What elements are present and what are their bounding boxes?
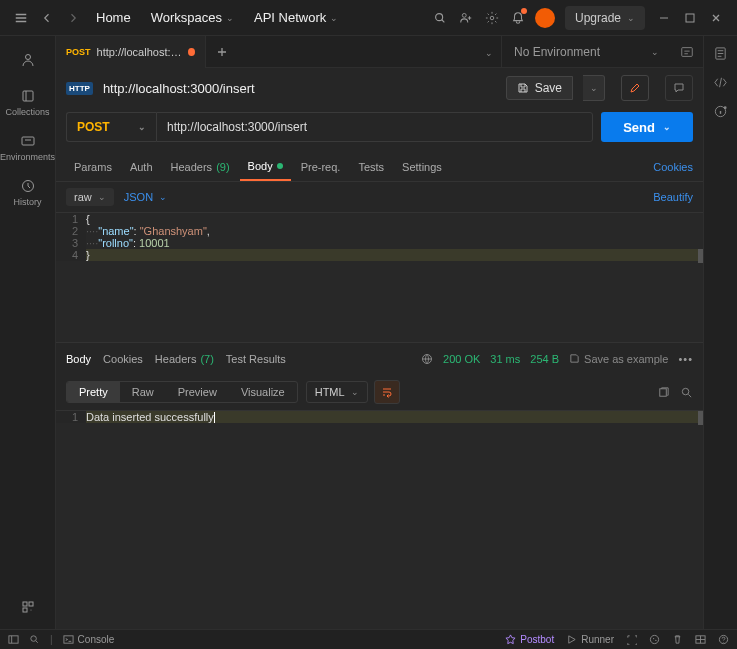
environment-selector[interactable]: No Environment ⌄ [501,36,671,67]
settings-icon[interactable] [479,5,505,31]
search-icon[interactable] [427,5,453,31]
response-body[interactable]: 1 Data inserted successfully [56,410,703,629]
help-icon[interactable] [718,634,729,645]
nav-workspaces[interactable]: Workspaces⌄ [141,10,244,25]
body-controls: raw⌄ JSON⌄ Beautify [56,182,703,212]
copy-icon[interactable] [657,386,670,399]
globe-icon [421,353,433,365]
response-text: Data inserted successfully [86,411,214,423]
tab-tests[interactable]: Tests [350,152,392,181]
cookies-link[interactable]: Cookies [653,161,693,173]
breadcrumb-url: http://localhost:3000/insert [103,81,255,96]
menu-icon[interactable] [8,5,34,31]
back-icon[interactable] [34,5,60,31]
beautify-button[interactable]: Beautify [653,191,693,203]
layout-icon[interactable] [695,634,706,645]
svg-point-22 [650,635,658,643]
console-button[interactable]: Console [63,634,115,645]
cookies-footer-icon[interactable] [649,634,660,645]
save-example-button[interactable]: Save as example [569,353,668,365]
breadcrumb-row: HTTP http://localhost:3000/insert Save ⌄ [56,68,703,108]
runner-button[interactable]: Runner [566,634,614,645]
notifications-icon[interactable] [505,5,531,31]
code-icon[interactable] [713,75,728,90]
sidebar-item-collections[interactable]: Collections [0,82,55,123]
sidebar-label: History [13,197,41,207]
view-raw[interactable]: Raw [120,382,166,402]
env-quicklook-icon[interactable] [671,45,703,59]
trash-icon[interactable] [672,634,683,645]
search-response-icon[interactable] [680,386,693,399]
resp-tab-body[interactable]: Body [66,353,91,365]
environment-label: No Environment [514,45,600,59]
svg-rect-9 [29,602,33,606]
url-row: POST ⌄ Send ⌄ [56,108,703,152]
svg-rect-19 [9,636,18,643]
new-tab-button[interactable] [206,46,238,58]
view-pretty[interactable]: Pretty [67,382,120,402]
wrap-lines-icon[interactable] [374,380,400,404]
svg-point-0 [436,13,443,20]
svg-point-4 [25,55,30,60]
close-icon[interactable] [703,5,729,31]
sidebar-label: Collections [5,107,49,117]
view-mode-segment: Pretty Raw Preview Visualize [66,381,298,403]
request-tab[interactable]: POST http://localhost:3000/ [56,36,206,68]
response-time: 31 ms [490,353,520,365]
send-button[interactable]: Send ⌄ [601,112,693,142]
resp-tab-cookies[interactable]: Cookies [103,353,143,365]
sidebar-toggle-icon[interactable] [8,634,19,645]
info-icon[interactable] [713,104,728,119]
svg-point-1 [462,13,466,17]
resp-tab-tests[interactable]: Test Results [226,353,286,365]
save-button[interactable]: Save [506,76,573,100]
content: POST http://localhost:3000/ ⌄ No Environ… [56,36,703,629]
svg-point-15 [682,388,689,395]
url-input[interactable] [156,112,593,142]
capture-icon[interactable] [626,634,637,645]
nav-home[interactable]: Home [86,10,141,25]
upgrade-button[interactable]: Upgrade⌄ [565,6,645,30]
sidebar-user-icon[interactable] [0,42,55,78]
body-mode-select[interactable]: raw⌄ [66,188,114,206]
tab-body[interactable]: Body [240,152,291,181]
format-selector[interactable]: HTML⌄ [306,381,368,403]
sidebar-more-icon[interactable] [0,593,55,629]
view-visualize[interactable]: Visualize [229,382,297,402]
find-icon[interactable] [29,634,40,645]
edit-icon[interactable] [621,75,649,101]
nav-api-network[interactable]: API Network⌄ [244,10,348,25]
invite-icon[interactable] [453,5,479,31]
resp-tab-headers[interactable]: Headers(7) [155,353,214,365]
save-dropdown[interactable]: ⌄ [583,75,605,101]
svg-rect-5 [23,91,33,101]
view-preview[interactable]: Preview [166,382,229,402]
tabs-dropdown-icon[interactable]: ⌄ [477,45,501,59]
svg-point-11 [30,610,31,611]
comment-icon[interactable] [665,75,693,101]
sidebar-item-environments[interactable]: Environments [0,127,55,168]
tab-settings[interactable]: Settings [394,152,450,181]
tabs-row: POST http://localhost:3000/ ⌄ No Environ… [56,36,703,68]
http-badge: HTTP [66,82,93,95]
tab-auth[interactable]: Auth [122,152,161,181]
sidebar-item-history[interactable]: History [0,172,55,213]
svg-rect-6 [22,137,34,145]
more-icon[interactable]: ••• [678,353,693,365]
avatar[interactable] [535,8,555,28]
svg-rect-8 [23,602,27,606]
request-body-editor[interactable]: 1{ 2····"name": "Ghanshyam", 3····"rolln… [56,212,703,342]
postbot-button[interactable]: Postbot [505,634,554,645]
tab-method: POST [66,47,91,57]
sidebar: Collections Environments History [0,36,56,629]
method-selector[interactable]: POST ⌄ [66,112,156,142]
save-label: Save [535,81,562,95]
tab-prereq[interactable]: Pre-req. [293,152,349,181]
tab-params[interactable]: Params [66,152,120,181]
body-lang-select[interactable]: JSON⌄ [124,191,167,203]
tab-headers[interactable]: Headers (9) [163,152,238,181]
maximize-icon[interactable] [677,5,703,31]
docs-icon[interactable] [713,46,728,61]
forward-icon[interactable] [60,5,86,31]
minimize-icon[interactable] [651,5,677,31]
